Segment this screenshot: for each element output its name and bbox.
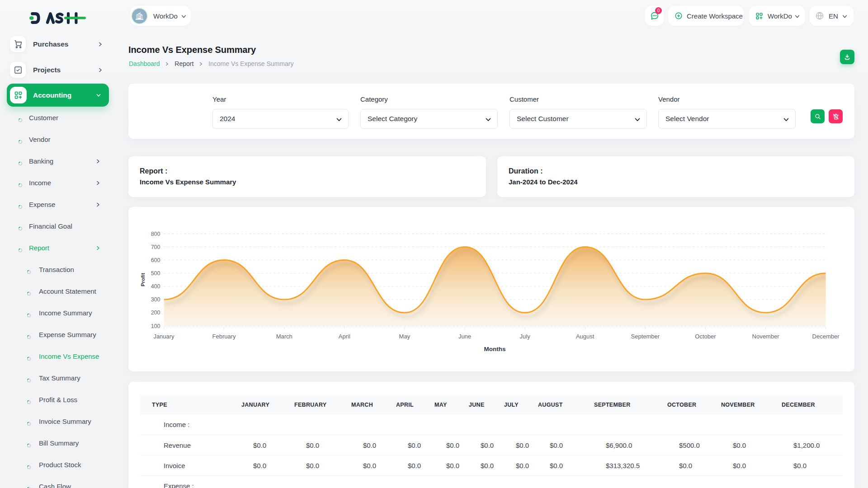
svg-text:October: October	[695, 333, 716, 340]
svg-text:March: March	[276, 333, 292, 340]
svg-text:Months: Months	[484, 346, 506, 352]
svg-text:December: December	[812, 333, 840, 340]
svg-text:Profit: Profit	[140, 273, 146, 286]
svg-text:July: July	[520, 333, 531, 340]
svg-text:100: 100	[151, 323, 160, 329]
svg-text:700: 700	[151, 244, 160, 250]
svg-text:August: August	[576, 333, 594, 340]
svg-text:600: 600	[151, 257, 160, 263]
svg-text:February: February	[212, 333, 236, 340]
svg-text:300: 300	[151, 296, 160, 303]
svg-text:200: 200	[151, 310, 160, 316]
svg-text:April: April	[339, 333, 350, 340]
svg-text:November: November	[752, 333, 780, 340]
svg-text:May: May	[399, 333, 410, 340]
svg-text:June: June	[458, 333, 471, 340]
svg-text:400: 400	[151, 283, 160, 290]
svg-text:January: January	[153, 333, 175, 340]
svg-text:800: 800	[151, 231, 160, 237]
svg-text:September: September	[631, 333, 660, 340]
svg-text:500: 500	[151, 270, 160, 277]
